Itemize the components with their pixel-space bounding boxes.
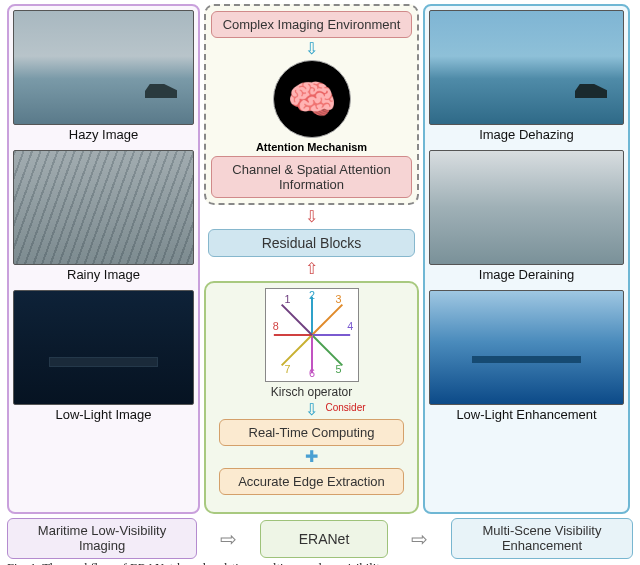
thumb-rainy (13, 150, 194, 265)
box-edge: Accurate Edge Extraction (219, 468, 404, 495)
caption-rainy: Rainy Image (13, 267, 194, 282)
summary-input: Maritime Low-Visibility Imaging (7, 518, 197, 559)
label-consider: Consider (326, 402, 366, 413)
workflow-summary: Maritime Low-Visibility Imaging ⇨ ERANet… (7, 518, 633, 559)
output-column: Image Dehazing Image Deraining Low-Light… (423, 4, 630, 514)
svg-text:6: 6 (309, 367, 315, 379)
input-column: Hazy Image Rainy Image Low-Light Image (7, 4, 200, 514)
svg-text:4: 4 (347, 320, 353, 332)
figure-caption: Fig. 1. The workflow of ERANet-based rea… (7, 561, 633, 565)
caption-lowlight-enh: Low-Light Enhancement (429, 407, 624, 422)
arrow-up-icon: ⇧ (204, 261, 419, 277)
thumb-enhanced (429, 290, 624, 405)
arrow-down-icon: ⇩ (204, 209, 419, 225)
svg-line-7 (281, 305, 311, 335)
svg-text:7: 7 (284, 363, 290, 375)
thumb-dehazed (429, 10, 624, 125)
figure-diagram: Hazy Image Rainy Image Low-Light Image C… (7, 4, 633, 514)
caption-hazy: Hazy Image (13, 127, 194, 142)
kirsch-operator-icon: 1 2 3 4 5 6 7 8 (265, 288, 359, 382)
box-complex-env: Complex Imaging Environment (211, 11, 412, 38)
kirsch-caption: Kirsch operator (271, 385, 352, 399)
thumb-lowlight (13, 290, 194, 405)
caption-lowlight: Low-Light Image (13, 407, 194, 422)
attention-group: Complex Imaging Environment ⇩ 🧠 Attentio… (204, 4, 419, 205)
caption-dehazing: Image Dehazing (429, 127, 624, 142)
svg-text:8: 8 (272, 320, 278, 332)
thumb-derained (429, 150, 624, 265)
arrow-right-icon: ⇨ (409, 527, 430, 551)
summary-output: Multi-Scene Visibility Enhancement (451, 518, 633, 559)
svg-text:3: 3 (335, 293, 341, 305)
box-realtime: Real-Time Computing (219, 419, 404, 446)
plus-icon: ✚ (305, 449, 318, 465)
arrow-down-icon: ⇩ (305, 41, 318, 57)
svg-line-3 (312, 335, 342, 365)
arrow-down-icon: ⇩ (305, 402, 318, 418)
arrow-right-icon: ⇨ (218, 527, 239, 551)
box-residual: Residual Blocks (208, 229, 414, 257)
caption-deraining: Image Deraining (429, 267, 624, 282)
thumb-hazy (13, 10, 194, 125)
svg-text:5: 5 (335, 363, 341, 375)
label-attention: Attention Mechanism (256, 141, 367, 153)
brain-icon: 🧠 (273, 60, 351, 138)
svg-text:1: 1 (284, 293, 290, 305)
kirsch-group: 1 2 3 4 5 6 7 8 Kirsch operator ⇩ Consid… (204, 281, 419, 514)
pipeline-column: Complex Imaging Environment ⇩ 🧠 Attentio… (204, 4, 419, 514)
box-csai: Channel & Spatial Attention Information (211, 156, 412, 198)
summary-model: ERANet (260, 520, 388, 558)
svg-text:2: 2 (309, 289, 315, 301)
svg-line-1 (312, 305, 342, 335)
svg-line-5 (281, 335, 311, 365)
